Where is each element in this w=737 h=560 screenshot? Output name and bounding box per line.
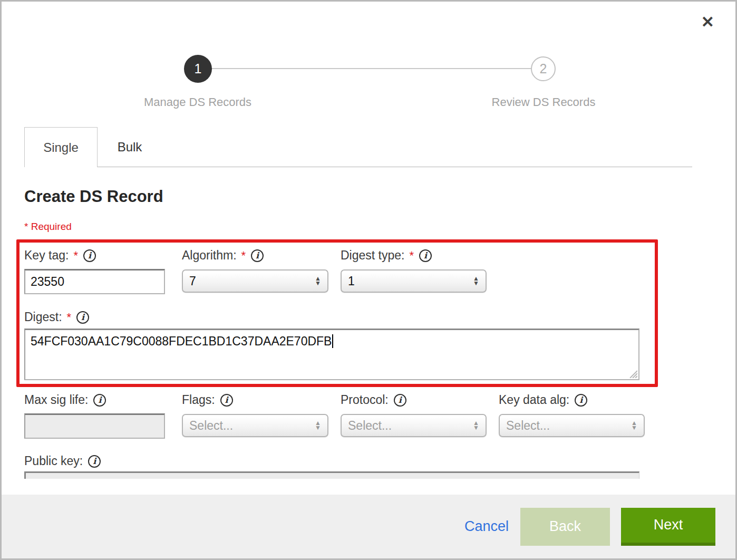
protocol-select-value: Select... xyxy=(348,419,473,433)
tab-single[interactable]: Single xyxy=(24,127,98,167)
key-tag-label: Key tag: * i xyxy=(24,248,96,263)
stepper-connector-line xyxy=(211,68,532,69)
step-1-circle: 1 xyxy=(184,55,212,83)
key-data-alg-label-text: Key data alg: xyxy=(499,393,569,407)
public-key-label-text: Public key: xyxy=(24,454,83,468)
algorithm-select-value: 7 xyxy=(189,274,315,288)
select-arrows-icon: ▲▼ xyxy=(473,276,479,286)
digest-textarea[interactable]: 54FCF030AA1C79C0088FDEC1BD1C37DAA2E70DFB xyxy=(24,329,639,380)
select-arrows-icon: ▲▼ xyxy=(315,276,321,286)
public-key-textarea[interactable] xyxy=(24,471,639,479)
max-sig-life-label-text: Max sig life: xyxy=(24,393,88,407)
algorithm-select[interactable]: 7 ▲▼ xyxy=(182,269,328,293)
close-icon[interactable]: ✕ xyxy=(701,14,714,30)
create-ds-record-modal: ✕ 1 2 Manage DS Records Review DS Record… xyxy=(0,0,737,560)
step-2-label: Review DS Records xyxy=(459,95,628,109)
max-sig-life-input[interactable] xyxy=(24,413,165,439)
digest-type-label: Digest type: * i xyxy=(341,248,432,263)
next-button[interactable]: Next xyxy=(621,508,715,546)
tab-bulk[interactable]: Bulk xyxy=(98,127,161,167)
key-tag-input[interactable] xyxy=(24,269,165,294)
flags-label-text: Flags: xyxy=(182,393,215,407)
key-tag-label-text: Key tag: xyxy=(24,248,69,263)
digest-type-required-asterisk: * xyxy=(409,249,414,263)
protocol-select[interactable]: Select... ▲▼ xyxy=(341,414,487,437)
select-arrows-icon: ▲▼ xyxy=(315,421,321,430)
tab-bar-divider xyxy=(98,167,692,167)
info-icon[interactable]: i xyxy=(419,249,432,262)
public-key-label: Public key: i xyxy=(24,454,101,468)
back-button[interactable]: Back xyxy=(520,508,610,546)
key-tag-required-asterisk: * xyxy=(73,249,78,263)
cancel-button[interactable]: Cancel xyxy=(464,518,509,535)
digest-label-text: Digest: xyxy=(24,310,62,324)
required-note: * Required xyxy=(24,221,72,233)
protocol-label: Protocol: i xyxy=(341,393,406,407)
algorithm-label-text: Algorithm: xyxy=(182,248,237,263)
select-arrows-icon: ▲▼ xyxy=(473,421,479,430)
digest-required-asterisk: * xyxy=(67,311,72,324)
resize-handle-icon[interactable] xyxy=(628,369,637,378)
digest-type-select-value: 1 xyxy=(348,274,473,288)
algorithm-label: Algorithm: * i xyxy=(182,248,264,263)
step-1-label: Manage DS Records xyxy=(113,95,282,109)
key-data-alg-select-value: Select... xyxy=(506,419,631,433)
key-data-alg-select[interactable]: Select... ▲▼ xyxy=(499,414,645,437)
select-arrows-icon: ▲▼ xyxy=(631,421,637,430)
key-data-alg-label: Key data alg: i xyxy=(499,393,587,407)
flags-label: Flags: i xyxy=(182,393,233,407)
text-cursor xyxy=(332,334,333,348)
step-2-circle: 2 xyxy=(531,56,556,81)
info-icon[interactable]: i xyxy=(251,249,264,262)
digest-textarea-value: 54FCF030AA1C79C0088FDEC1BD1C37DAA2E70DFB xyxy=(31,334,332,348)
flags-select-value: Select... xyxy=(189,419,315,433)
digest-type-select[interactable]: 1 ▲▼ xyxy=(341,269,487,293)
digest-label: Digest: * i xyxy=(24,310,89,324)
info-icon[interactable]: i xyxy=(93,394,106,407)
info-icon[interactable]: i xyxy=(220,394,233,407)
tab-bar: Single Bulk xyxy=(24,127,692,167)
digest-type-label-text: Digest type: xyxy=(341,248,404,263)
page-title: Create DS Record xyxy=(24,187,163,206)
modal-footer: Cancel Back Next xyxy=(2,495,735,558)
info-icon[interactable]: i xyxy=(575,394,587,407)
protocol-label-text: Protocol: xyxy=(341,393,389,407)
max-sig-life-label: Max sig life: i xyxy=(24,393,106,407)
info-icon[interactable]: i xyxy=(76,311,89,324)
algorithm-required-asterisk: * xyxy=(241,249,246,263)
info-icon[interactable]: i xyxy=(83,249,96,262)
flags-select[interactable]: Select... ▲▼ xyxy=(182,414,328,437)
info-icon[interactable]: i xyxy=(394,394,406,407)
info-icon[interactable]: i xyxy=(88,455,101,468)
